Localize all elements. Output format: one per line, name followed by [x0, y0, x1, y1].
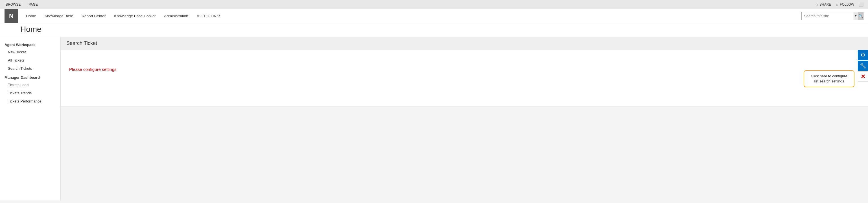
wrench-configure-button[interactable]: 🔧	[858, 61, 868, 71]
sidebar: Agent Workspace New Ticket All Tickets S…	[0, 37, 61, 200]
site-search-input[interactable]	[802, 14, 854, 18]
ribbon-tab-page[interactable]: PAGE	[27, 2, 39, 7]
site-search-bar: ▾ 🔍	[801, 12, 864, 20]
follow-label: FOLLOW	[840, 3, 854, 6]
page-title-bar: Home	[0, 23, 868, 37]
nav-link-knowledge-base[interactable]: Knowledge Base	[41, 9, 77, 23]
right-action-buttons: ⚙ 🔧 ✕	[858, 50, 868, 82]
share-button[interactable]: ☆ SHARE	[815, 3, 831, 6]
nav-link-administration[interactable]: Administration	[160, 9, 192, 23]
share-star-icon: ☆	[815, 3, 818, 6]
follow-button[interactable]: ☆ FOLLOW	[836, 3, 854, 6]
nav-links: Home Knowledge Base Report Center Knowle…	[22, 9, 801, 23]
sidebar-item-tickets-trends[interactable]: Tickets Trends	[0, 89, 60, 97]
search-dropdown-button[interactable]: ▾	[854, 12, 858, 20]
gear-settings-button[interactable]: ⚙	[858, 50, 868, 60]
sidebar-item-tickets-performance[interactable]: Tickets Performance	[0, 97, 60, 105]
search-icon: 🔍	[859, 14, 863, 18]
follow-star-icon: ☆	[836, 3, 839, 6]
ribbon-bar: BROWSE PAGE ☆ SHARE ☆ FOLLOW ⬜	[0, 0, 868, 9]
main-content: Search Ticket Please configure settings …	[61, 37, 868, 200]
edit-links-button[interactable]: ✏ EDIT LINKS	[193, 14, 225, 18]
sidebar-section-manager-dashboard[interactable]: Manager Dashboard	[0, 72, 60, 81]
sidebar-section-agent-workspace[interactable]: Agent Workspace	[0, 40, 60, 48]
main-layout: Agent Workspace New Ticket All Tickets S…	[0, 37, 868, 200]
close-icon: ✕	[861, 73, 865, 80]
dropdown-arrow-icon: ▾	[855, 14, 857, 18]
sidebar-item-search-tickets[interactable]: Search Tickets	[0, 64, 60, 72]
ribbon-right: ☆ SHARE ☆ FOLLOW ⬜	[815, 2, 864, 7]
close-button[interactable]: ✕	[858, 71, 868, 82]
nav-link-report-center[interactable]: Report Center	[78, 9, 110, 23]
sidebar-item-all-tickets[interactable]: All Tickets	[0, 56, 60, 64]
nav-bar: N Home Knowledge Base Report Center Know…	[0, 9, 868, 23]
window-controls-icon: ⬜	[859, 2, 864, 7]
share-label: SHARE	[819, 3, 831, 6]
search-ticket-body: Please configure settings ⚙ 🔧 ✕ Click he…	[61, 50, 868, 107]
site-logo: N	[4, 9, 18, 23]
pencil-icon: ✏	[197, 14, 200, 18]
search-ticket-header: Search Ticket	[61, 37, 868, 50]
configure-tooltip-bubble[interactable]: Click here to configure list search sett…	[804, 70, 855, 87]
gear-icon: ⚙	[861, 52, 865, 58]
nav-link-home[interactable]: Home	[22, 9, 40, 23]
page-title: Home	[20, 25, 864, 34]
nav-link-knowledge-base-copilot[interactable]: Knowledge Base Copilot	[110, 9, 159, 23]
sidebar-item-tickets-load[interactable]: Tickets Load	[0, 81, 60, 89]
wrench-icon: 🔧	[860, 63, 866, 69]
configure-error-message: Please configure settings	[61, 50, 868, 77]
search-ticket-title: Search Ticket	[66, 40, 862, 46]
sidebar-item-new-ticket[interactable]: New Ticket	[0, 48, 60, 56]
ribbon-tab-browse[interactable]: BROWSE	[4, 2, 22, 7]
search-submit-button[interactable]: 🔍	[858, 12, 863, 20]
edit-links-label: EDIT LINKS	[202, 14, 222, 18]
